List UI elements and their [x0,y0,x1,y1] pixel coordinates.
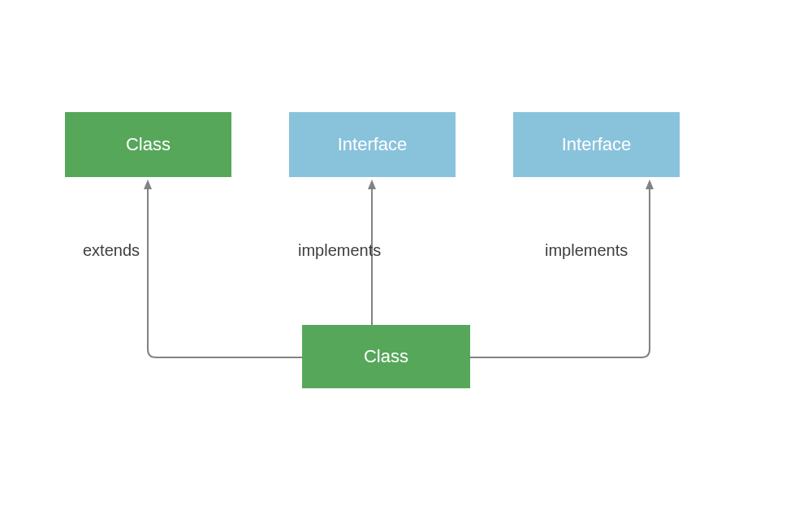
node-interface-2: Interface [513,112,680,177]
node-top-class: Class [65,112,231,177]
edge-extends [148,188,302,357]
node-bottom-class: Class [302,325,470,388]
edge-implements-2 [470,188,650,357]
node-label: Class [364,346,408,367]
node-label: Class [126,134,171,155]
connector-layer [0,0,812,528]
node-label: Interface [562,134,632,155]
inheritance-diagram: Class Interface Interface Class extends … [0,0,812,528]
edge-label-implements-1: implements [298,241,381,260]
edge-label-implements-2: implements [545,241,628,260]
node-label: Interface [338,134,408,155]
edge-label-extends: extends [83,241,140,260]
node-interface-1: Interface [289,112,456,177]
